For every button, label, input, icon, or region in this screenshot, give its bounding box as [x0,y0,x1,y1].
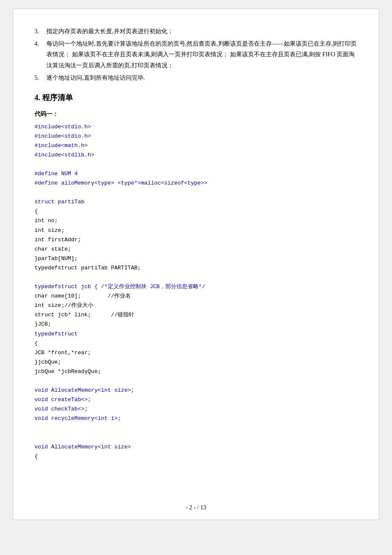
code-line-11: int size; [35,226,357,235]
code-line-16 [35,273,357,282]
list-item-5: 5. 逐个地址访问,直到所有地址访问完毕. [35,72,357,83]
code-line-14: }parTab[NUM]; [35,254,357,263]
list-text-5: 逐个地址访问,直到所有地址访问完毕. [46,72,357,83]
numbered-list: 3. 指定内存页表的最大长度,并对页表进行初始化； 4. 每访问一个地址时,首先… [35,26,357,83]
code-line-13: char state; [35,245,357,254]
code-block: #include<stdio.h> #include<stdio.h> #inc… [35,122,357,461]
code-line-8: struct partiTab [35,197,357,207]
code-line-26: jcbQue *jcbReadyQue; [35,367,357,376]
code-line-1: #include<stdio.h> [35,132,357,141]
content-area: 3. 指定内存页表的最大长度,并对页表进行初始化； 4. 每访问一个地址时,首先… [35,26,357,461]
list-item-4: 4. 每访问一个地址时,首先要计算该地址所在的页的页号,然后查页表,判断该页是否… [35,38,357,71]
code-line-10: int no; [35,216,357,225]
section-title: 4. 程序清单 [35,91,357,104]
code-line-5: #define NUM 4 [35,169,357,179]
code-line-27 [35,376,357,386]
code-line-19: int size;//作业大小 [35,301,357,310]
code-line-6: #define alloMemory<type> <type*>malloc<s… [35,179,357,188]
code-line-12: int firstAddr; [35,235,357,245]
list-number-5: 5. [35,72,46,83]
code-line-18: char name[10]; //作业名 [35,292,357,301]
code-line-28: void AllocateMemory<int size>; [35,386,357,395]
page-container: 3. 指定内存页表的最大长度,并对页表进行初始化； 4. 每访问一个地址时,首先… [13,9,379,520]
list-text-4: 每访问一个地址时,首先要计算该地址所在的页的页号,然后查页表,判断该页是否在主存… [46,38,357,71]
page-footer: - 2 - / 13 [13,504,379,511]
code-line-17: typedefstruct jcb { /*定义作业控制块 JCB，部分信息省略… [35,282,357,292]
code-line-23: { [35,339,357,348]
list-item-3: 3. 指定内存页表的最大长度,并对页表进行初始化； [35,26,357,37]
list-number-3: 3. [35,26,46,37]
code-line-29: void createTab<>; [35,395,357,405]
list-number-4: 4. [35,38,46,71]
code-line-21: }JCB; [35,320,357,329]
code-line-7 [35,188,357,197]
code-line-32 [35,424,357,433]
code-section-label: 代码一： [35,109,357,119]
list-text-3: 指定内存页表的最大长度,并对页表进行初始化； [46,26,357,37]
code-line-4 [35,160,357,169]
code-line-35: { [35,452,357,461]
code-line-31: void recycleMemory<int i>; [35,414,357,423]
code-line-25: }jcbQue; [35,358,357,367]
code-line-0: #include<stdio.h> [35,122,357,132]
page-number: - 2 - / 13 [186,504,206,511]
code-line-3: #include<stdlib.h> [35,150,357,160]
code-line-34: void AllocateMemory<int size> [35,442,357,452]
code-line-22: typedefstruct [35,330,357,339]
code-line-9: { [35,207,357,216]
code-line-15: typedefstruct partiTab PARTITAB; [35,263,357,273]
code-line-33 [35,433,357,442]
code-line-24: JCB *front,*rear; [35,348,357,358]
code-line-30: void checkTab<>; [35,405,357,414]
code-line-2: #include<math.h> [35,141,357,150]
code-line-20: struct jcb* link; //链指针 [35,310,357,320]
